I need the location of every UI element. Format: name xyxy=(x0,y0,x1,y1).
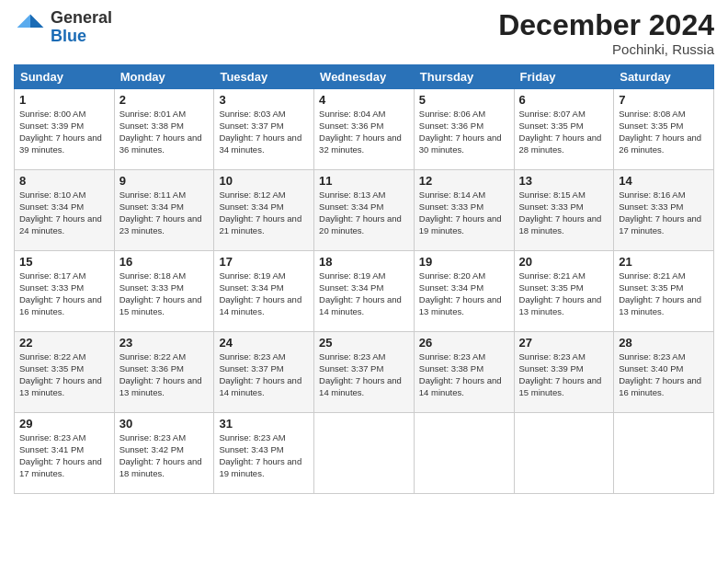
table-row: 10 Sunrise: 8:12 AM Sunset: 3:34 PM Dayl… xyxy=(214,170,314,251)
svg-marker-0 xyxy=(30,14,43,27)
calendar-table: Sunday Monday Tuesday Wednesday Thursday… xyxy=(14,64,714,494)
calendar-week-row: 15 Sunrise: 8:17 AM Sunset: 3:33 PM Dayl… xyxy=(15,251,714,332)
page: General Blue December 2024 Pochinki, Rus… xyxy=(0,0,728,563)
table-row: 7 Sunrise: 8:08 AM Sunset: 3:35 PM Dayli… xyxy=(614,89,714,170)
calendar-week-row: 8 Sunrise: 8:10 AM Sunset: 3:34 PM Dayli… xyxy=(15,170,714,251)
table-row: 9 Sunrise: 8:11 AM Sunset: 3:34 PM Dayli… xyxy=(114,170,214,251)
table-row: 26 Sunrise: 8:23 AM Sunset: 3:38 PM Dayl… xyxy=(414,332,514,413)
table-row: 30 Sunrise: 8:23 AM Sunset: 3:42 PM Dayl… xyxy=(114,413,214,494)
table-row: 24 Sunrise: 8:23 AM Sunset: 3:37 PM Dayl… xyxy=(214,332,314,413)
empty-cell xyxy=(514,413,614,494)
table-row: 16 Sunrise: 8:18 AM Sunset: 3:33 PM Dayl… xyxy=(114,251,214,332)
logo: General Blue xyxy=(14,9,112,46)
subtitle: Pochinki, Russia xyxy=(498,41,714,57)
table-row: 25 Sunrise: 8:23 AM Sunset: 3:37 PM Dayl… xyxy=(314,332,415,413)
empty-cell xyxy=(314,413,415,494)
table-row: 21 Sunrise: 8:21 AM Sunset: 3:35 PM Dayl… xyxy=(614,251,714,332)
table-row: 31 Sunrise: 8:23 AM Sunset: 3:43 PM Dayl… xyxy=(214,413,314,494)
table-row: 3 Sunrise: 8:03 AM Sunset: 3:37 PM Dayli… xyxy=(214,89,314,170)
calendar-week-row: 1 Sunrise: 8:00 AM Sunset: 3:39 PM Dayli… xyxy=(15,89,714,170)
table-row: 5 Sunrise: 8:06 AM Sunset: 3:36 PM Dayli… xyxy=(414,89,514,170)
table-row: 29 Sunrise: 8:23 AM Sunset: 3:41 PM Dayl… xyxy=(15,413,115,494)
table-row: 23 Sunrise: 8:22 AM Sunset: 3:36 PM Dayl… xyxy=(114,332,214,413)
col-tuesday: Tuesday xyxy=(214,65,314,89)
table-row: 4 Sunrise: 8:04 AM Sunset: 3:36 PM Dayli… xyxy=(314,89,415,170)
table-row: 28 Sunrise: 8:23 AM Sunset: 3:40 PM Dayl… xyxy=(614,332,714,413)
header: General Blue December 2024 Pochinki, Rus… xyxy=(14,9,714,57)
table-row: 11 Sunrise: 8:13 AM Sunset: 3:34 PM Dayl… xyxy=(314,170,415,251)
table-row: 14 Sunrise: 8:16 AM Sunset: 3:33 PM Dayl… xyxy=(614,170,714,251)
empty-cell xyxy=(614,413,714,494)
calendar-week-row: 29 Sunrise: 8:23 AM Sunset: 3:41 PM Dayl… xyxy=(15,413,714,494)
table-row: 8 Sunrise: 8:10 AM Sunset: 3:34 PM Dayli… xyxy=(15,170,115,251)
table-row: 2 Sunrise: 8:01 AM Sunset: 3:38 PM Dayli… xyxy=(114,89,214,170)
col-wednesday: Wednesday xyxy=(314,65,415,89)
month-title: December 2024 xyxy=(498,9,714,41)
logo-text: General Blue xyxy=(51,9,112,46)
logo-icon xyxy=(14,11,47,44)
table-row: 19 Sunrise: 8:20 AM Sunset: 3:34 PM Dayl… xyxy=(414,251,514,332)
table-row: 1 Sunrise: 8:00 AM Sunset: 3:39 PM Dayli… xyxy=(15,89,115,170)
empty-cell xyxy=(414,413,514,494)
col-saturday: Saturday xyxy=(614,65,714,89)
table-row: 27 Sunrise: 8:23 AM Sunset: 3:39 PM Dayl… xyxy=(514,332,614,413)
col-thursday: Thursday xyxy=(414,65,514,89)
table-row: 17 Sunrise: 8:19 AM Sunset: 3:34 PM Dayl… xyxy=(214,251,314,332)
table-row: 12 Sunrise: 8:14 AM Sunset: 3:33 PM Dayl… xyxy=(414,170,514,251)
calendar-week-row: 22 Sunrise: 8:22 AM Sunset: 3:35 PM Dayl… xyxy=(15,332,714,413)
table-row: 15 Sunrise: 8:17 AM Sunset: 3:33 PM Dayl… xyxy=(15,251,115,332)
title-area: December 2024 Pochinki, Russia xyxy=(498,9,714,57)
logo-general: General xyxy=(51,8,112,27)
logo-blue: Blue xyxy=(51,27,86,45)
col-monday: Monday xyxy=(114,65,214,89)
calendar-header-row: Sunday Monday Tuesday Wednesday Thursday… xyxy=(15,65,714,89)
col-friday: Friday xyxy=(514,65,614,89)
col-sunday: Sunday xyxy=(15,65,115,89)
table-row: 13 Sunrise: 8:15 AM Sunset: 3:33 PM Dayl… xyxy=(514,170,614,251)
svg-marker-1 xyxy=(17,14,30,27)
table-row: 6 Sunrise: 8:07 AM Sunset: 3:35 PM Dayli… xyxy=(514,89,614,170)
table-row: 18 Sunrise: 8:19 AM Sunset: 3:34 PM Dayl… xyxy=(314,251,415,332)
table-row: 22 Sunrise: 8:22 AM Sunset: 3:35 PM Dayl… xyxy=(15,332,115,413)
table-row: 20 Sunrise: 8:21 AM Sunset: 3:35 PM Dayl… xyxy=(514,251,614,332)
